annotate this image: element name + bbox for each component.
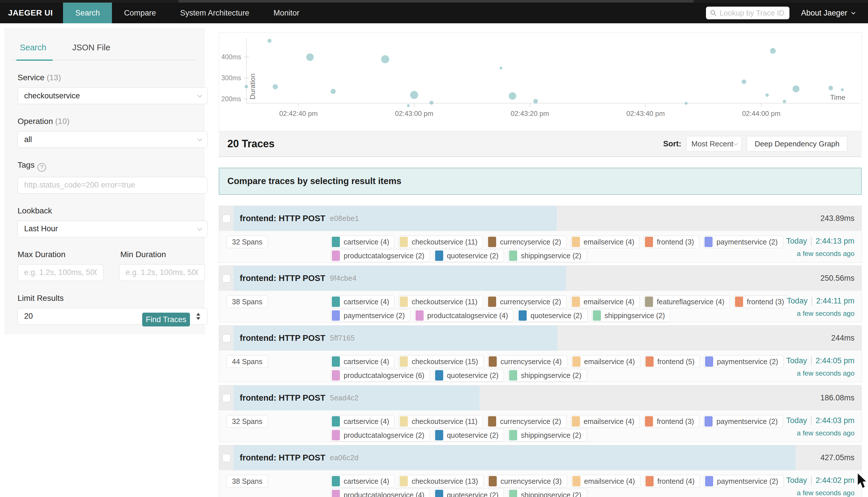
trace-checkbox[interactable] bbox=[223, 334, 230, 342]
trace-date[interactable]: Today bbox=[786, 237, 807, 246]
trace-date[interactable]: Today bbox=[786, 356, 807, 365]
service-select[interactable]: checkoutservice bbox=[17, 87, 208, 104]
lookback-select[interactable]: Last Hour bbox=[17, 221, 208, 237]
trace-scatter-point bbox=[244, 85, 248, 88]
service-tag-productcatalogservice: productcatalogservice (4) bbox=[415, 309, 514, 322]
browser-tab-strip bbox=[179, 0, 694, 3]
trace-scatter-point bbox=[267, 39, 271, 43]
trace-checkbox[interactable] bbox=[223, 454, 230, 462]
lookback-label: Lookback bbox=[17, 206, 205, 215]
nav-tab-search[interactable]: Search bbox=[63, 3, 112, 23]
trace-checkbox[interactable] bbox=[223, 215, 230, 223]
x-tick-label: 02:43:00 pm bbox=[395, 110, 433, 117]
service-tag-quoteservice: quoteservice (2) bbox=[434, 369, 504, 382]
trace-header[interactable]: frontend: HTTP POST 5ead4c2 186.08ms bbox=[219, 385, 862, 410]
service-color-swatch bbox=[509, 251, 517, 261]
service-tag-line-1: cartservice (4)checkoutservice (11)curre… bbox=[331, 295, 789, 308]
trace-header[interactable]: frontend: HTTP POST 5ff7165 244ms bbox=[219, 326, 862, 351]
limit-results-label: Limit Results bbox=[17, 294, 205, 303]
trace-date[interactable]: Today bbox=[786, 416, 807, 425]
service-tag-checkoutservice: checkoutservice (11) bbox=[398, 236, 483, 248]
max-duration-input[interactable] bbox=[24, 268, 97, 277]
browser-top-strip bbox=[0, 0, 868, 3]
trace-body: 32 Spans cartservice (4)checkoutservice … bbox=[219, 410, 862, 442]
trace-result-row[interactable]: frontend: HTTP POST 5ff7165 244ms 44 Spa… bbox=[219, 325, 862, 382]
service-color-swatch bbox=[572, 476, 580, 486]
trace-header[interactable]: frontend: HTTP POST e08ebe1 243.89ms bbox=[219, 206, 862, 231]
trace-id: ea06c2d bbox=[330, 454, 359, 462]
trace-clock-time[interactable]: 2:44:11 pm bbox=[816, 297, 854, 306]
help-icon[interactable]: ? bbox=[38, 163, 46, 172]
trace-checkbox[interactable] bbox=[223, 394, 230, 402]
service-color-swatch bbox=[704, 237, 713, 247]
y-axis-title: Duration bbox=[249, 73, 256, 100]
trace-relative-time: a few seconds ago bbox=[786, 489, 854, 497]
trace-checkbox[interactable] bbox=[223, 274, 230, 282]
trace-duration: 244ms bbox=[831, 333, 862, 343]
chevron-down-icon bbox=[851, 10, 855, 14]
service-tag-cartservice: cartservice (4) bbox=[331, 236, 395, 248]
tab-search[interactable]: Search bbox=[20, 43, 46, 60]
trace-body: 32 Spans cartservice (4)checkoutservice … bbox=[219, 231, 862, 262]
trace-time: Today 2:44:03 pm a few seconds ago bbox=[786, 416, 854, 437]
trace-result-row[interactable]: frontend: HTTP POST 5ead4c2 186.08ms 32 … bbox=[219, 385, 862, 442]
trace-duration: 427.05ms bbox=[820, 453, 862, 462]
trace-result-row[interactable]: frontend: HTTP POST 9f4cbe4 250.56ms 38 … bbox=[219, 266, 862, 323]
trace-lookup-input[interactable] bbox=[719, 9, 785, 17]
nav-tab-system-architecture[interactable]: System Architecture bbox=[168, 3, 261, 23]
service-tag-productcatalogservice: productcatalogservice (4) bbox=[331, 489, 430, 497]
trace-header[interactable]: frontend: HTTP POST ea06c2d 427.05ms bbox=[219, 445, 862, 470]
trace-result-row[interactable]: frontend: HTTP POST ea06c2d 427.05ms 38 … bbox=[219, 445, 862, 497]
deep-dependency-graph-button[interactable]: Deep Dependency Graph bbox=[747, 136, 847, 152]
trace-clock-time[interactable]: 2:44:03 pm bbox=[816, 416, 854, 425]
trace-date[interactable]: Today bbox=[787, 297, 808, 306]
x-tick-label: 02:42:40 pm bbox=[279, 110, 318, 117]
service-color-swatch bbox=[332, 251, 340, 261]
scatter-plot-svg[interactable]: 400ms300ms200ms02:42:40 pm02:43:00 pm02:… bbox=[219, 32, 862, 131]
trace-duration: 243.89ms bbox=[820, 214, 862, 223]
span-count-chip: 38 Spans bbox=[226, 475, 268, 487]
service-color-swatch bbox=[572, 237, 580, 247]
trace-count: 20 Traces bbox=[227, 138, 275, 150]
service-tag-paymentservice: paymentservice (2) bbox=[704, 355, 784, 368]
trace-relative-time: a few seconds ago bbox=[787, 310, 854, 317]
service-tag-paymentservice: paymentservice (2) bbox=[704, 475, 784, 487]
tags-input[interactable] bbox=[24, 181, 201, 189]
trace-clock-time[interactable]: 2:44:05 pm bbox=[816, 356, 854, 365]
trace-scatter-point bbox=[430, 101, 433, 105]
service-color-swatch bbox=[400, 297, 408, 307]
service-color-swatch bbox=[332, 476, 340, 486]
search-panel: Search JSON File Service (13) checkoutse… bbox=[4, 28, 205, 335]
trace-clock-time[interactable]: 2:44:13 pm bbox=[816, 237, 854, 246]
service-label: Service (13) bbox=[17, 73, 205, 82]
nav-tab-compare[interactable]: Compare bbox=[112, 3, 168, 23]
trace-clock-time[interactable]: 2:44:02 pm bbox=[816, 476, 854, 485]
trace-date[interactable]: Today bbox=[786, 476, 807, 485]
trace-scatter-point bbox=[793, 85, 799, 92]
min-duration-input[interactable] bbox=[126, 268, 199, 277]
nav-tab-monitor[interactable]: Monitor bbox=[261, 3, 311, 23]
service-color-swatch bbox=[332, 310, 340, 321]
sort-select[interactable]: Most Recent bbox=[686, 136, 742, 152]
service-tag-cartservice: cartservice (4) bbox=[331, 415, 395, 428]
service-tag-line-2: productcatalogservice (2)quoteservice (2… bbox=[331, 250, 587, 262]
sort-label: Sort: bbox=[663, 140, 681, 148]
trace-header[interactable]: frontend: HTTP POST 9f4cbe4 250.56ms bbox=[219, 266, 862, 291]
about-jaeger-menu[interactable]: About Jaeger bbox=[801, 9, 854, 17]
trace-result-row[interactable]: frontend: HTTP POST e08ebe1 243.89ms 32 … bbox=[219, 205, 862, 262]
service-tag-cartservice: cartservice (4) bbox=[331, 295, 395, 308]
number-stepper[interactable] bbox=[196, 313, 201, 320]
search-icon bbox=[710, 9, 717, 17]
trace-time: Today 2:44:02 pm a few seconds ago bbox=[786, 476, 854, 497]
service-tag-emailservice: emailservice (4) bbox=[571, 295, 640, 308]
max-duration-label: Max Duration bbox=[17, 250, 120, 259]
min-duration-box bbox=[119, 264, 205, 281]
service-tag-frontend: frontend (5) bbox=[644, 355, 700, 368]
x-tick-label: 02:43:40 pm bbox=[626, 110, 664, 117]
trace-title: frontend: HTTP POST bbox=[240, 453, 325, 463]
trace-scatter-point bbox=[273, 84, 278, 89]
operation-select[interactable]: all bbox=[17, 131, 208, 148]
find-traces-button[interactable]: Find Traces bbox=[142, 313, 190, 326]
tab-json-file[interactable]: JSON File bbox=[72, 43, 110, 60]
date-time-divider bbox=[811, 476, 812, 485]
